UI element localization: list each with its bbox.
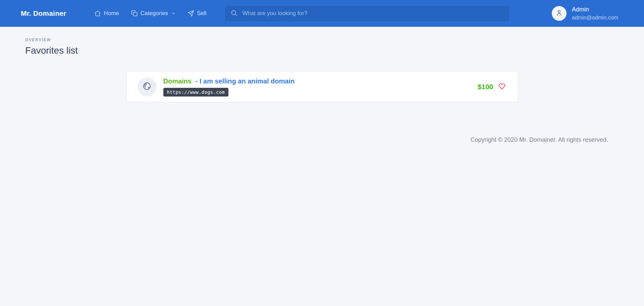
user-meta: Admin admin@admin.com [572, 6, 618, 21]
listing-title-link[interactable]: Domains - I am selling an animal domain [163, 77, 478, 85]
globe-icon [143, 82, 151, 92]
search-bar[interactable] [225, 6, 509, 21]
home-icon [94, 10, 101, 17]
page-title: Favorites list [0, 45, 644, 56]
favorite-heart-button[interactable] [498, 83, 505, 91]
user-menu[interactable]: Admin admin@admin.com [552, 6, 618, 21]
nav-item-home[interactable]: Home [94, 10, 119, 17]
send-icon [187, 10, 194, 17]
nav-item-sell[interactable]: Sell [187, 10, 206, 17]
listing-info: Domains - I am selling an animal domain … [163, 77, 478, 97]
user-email: admin@admin.com [572, 14, 618, 21]
main-nav: Home Categories [94, 10, 206, 17]
nav-label-sell: Sell [197, 10, 206, 17]
nav-item-categories[interactable]: Categories [131, 10, 175, 17]
heart-icon [498, 83, 505, 91]
nav-label-home: Home [104, 10, 119, 17]
listing-title-text[interactable]: - I am selling an animal domain [196, 77, 295, 85]
listing-url-badge: https://www.dogs.com [163, 88, 229, 97]
listing-avatar [138, 77, 157, 97]
user-icon [555, 9, 563, 18]
search-icon [230, 9, 242, 18]
user-name: Admin [572, 6, 618, 13]
listing-price: $100 [478, 83, 493, 91]
top-navbar: Mr. Domainer Home Categories [0, 0, 644, 27]
brand-logo[interactable]: Mr. Domainer [21, 9, 66, 17]
copyright-text: Copyright © 2020 Mr. Domainer. All right… [0, 136, 644, 143]
categories-icon [131, 10, 138, 17]
favorite-list-item: Domains - I am selling an animal domain … [126, 71, 518, 102]
avatar[interactable] [552, 6, 567, 21]
nav-label-categories: Categories [141, 10, 168, 17]
chevron-down-icon [171, 11, 175, 15]
overview-label: OVERVIEW [0, 38, 644, 42]
listing-category[interactable]: Domains [163, 77, 192, 85]
search-input[interactable] [242, 10, 504, 17]
main-content: OVERVIEW Favorites list Domains - I am s… [0, 27, 644, 143]
